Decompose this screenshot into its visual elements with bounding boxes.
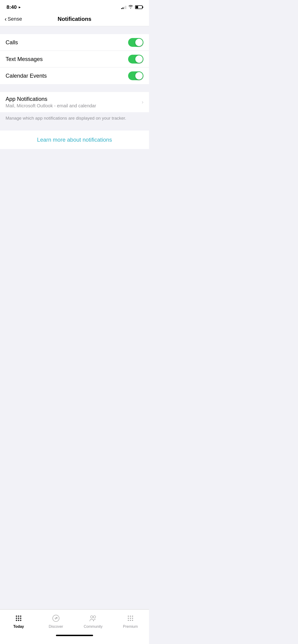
learn-more-section: Learn more about notifications bbox=[0, 130, 149, 149]
status-icons bbox=[121, 5, 143, 10]
app-notifications-row[interactable]: App Notifications Mail, Microsoft Outloo… bbox=[0, 92, 149, 112]
calls-label: Calls bbox=[6, 39, 18, 46]
back-button[interactable]: ‹ Sense bbox=[5, 16, 22, 22]
app-notifications-title: App Notifications bbox=[6, 96, 139, 102]
wifi-icon bbox=[128, 5, 133, 10]
signal-bar-4 bbox=[125, 6, 126, 9]
signal-bar-1 bbox=[121, 8, 122, 9]
toggle-knob-3 bbox=[135, 72, 143, 80]
signal-bars bbox=[121, 5, 126, 9]
section-spacer-top bbox=[0, 26, 149, 34]
text-messages-row: Text Messages bbox=[0, 51, 149, 68]
chevron-right-icon: › bbox=[142, 99, 143, 105]
calls-toggle[interactable] bbox=[128, 38, 143, 47]
calendar-events-row: Calendar Events bbox=[0, 68, 149, 84]
section-spacer-mid bbox=[0, 84, 149, 92]
back-chevron-icon: ‹ bbox=[5, 16, 7, 22]
manage-text: Manage which app notifications are displ… bbox=[6, 115, 143, 122]
settings-list: Calls Text Messages Calendar Events bbox=[0, 34, 149, 84]
empty-area bbox=[0, 149, 149, 307]
text-messages-toggle[interactable] bbox=[128, 55, 143, 64]
signal-bar-3 bbox=[124, 7, 125, 9]
app-notifications-content: App Notifications Mail, Microsoft Outloo… bbox=[6, 96, 139, 108]
calendar-events-label: Calendar Events bbox=[6, 72, 47, 79]
toggle-knob-2 bbox=[135, 56, 143, 63]
section-spacer-learn bbox=[0, 126, 149, 130]
signal-bar-2 bbox=[123, 8, 123, 9]
page-title: Notifications bbox=[58, 16, 91, 22]
toggle-knob bbox=[135, 39, 143, 46]
battery-icon bbox=[135, 5, 143, 9]
calendar-events-toggle[interactable] bbox=[128, 72, 143, 80]
status-bar: 8:40 ► bbox=[0, 0, 149, 12]
back-label: Sense bbox=[8, 16, 22, 22]
location-icon: ► bbox=[18, 5, 21, 9]
manage-text-section: Manage which app notifications are displ… bbox=[0, 112, 149, 126]
app-notifications-subtitle: Mail, Microsoft Outlook - email and cale… bbox=[6, 103, 139, 108]
calls-row: Calls bbox=[0, 34, 149, 51]
nav-header: ‹ Sense Notifications bbox=[0, 12, 149, 26]
text-messages-label: Text Messages bbox=[6, 56, 43, 62]
app-notifications-section: App Notifications Mail, Microsoft Outloo… bbox=[0, 92, 149, 112]
learn-more-link[interactable]: Learn more about notifications bbox=[37, 136, 112, 143]
status-time: 8:40 ► bbox=[7, 4, 21, 10]
time-display: 8:40 bbox=[7, 4, 17, 10]
